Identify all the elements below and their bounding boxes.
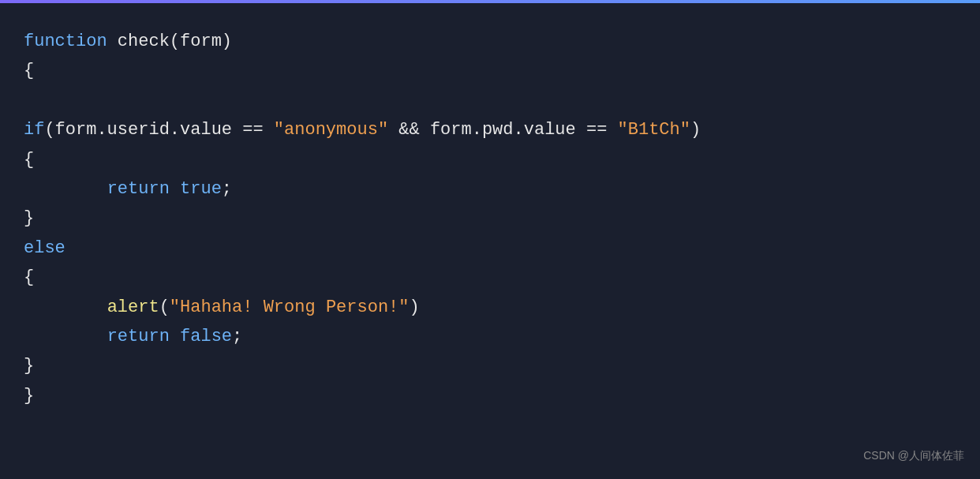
paren-if-open: ( [44, 120, 54, 140]
brace-open-1: { [24, 61, 34, 80]
paren-alert-close: ) [410, 298, 420, 317]
keyword-false: false [180, 327, 232, 346]
operator-eq1: == [242, 120, 263, 140]
brace-close-3: } [24, 356, 34, 376]
code-block: function check(form) { if(form.userid.va… [24, 27, 956, 410]
var-form-userid: form.userid.value [55, 120, 232, 140]
operator-eq2: == [586, 120, 607, 140]
watermark: CSDN @人间体佐菲 [863, 449, 964, 463]
keyword-return-2: return [107, 327, 170, 346]
brace-open-2: { [24, 150, 34, 170]
var-form-pwd: form.pwd.value [430, 120, 576, 140]
semicolon-1: ; [222, 179, 232, 199]
keyword-function: function [24, 32, 107, 51]
string-b1tch: "B1tCh" [618, 120, 690, 140]
string-anonymous: "anonymous" [274, 120, 388, 140]
operator-and: && [398, 120, 419, 140]
semicolon-2: ; [232, 327, 242, 346]
keyword-else: else [24, 238, 65, 258]
keyword-return-1: return [107, 179, 170, 199]
paren-close: ) [222, 32, 232, 51]
keyword-true: true [180, 179, 222, 199]
brace-open-3: { [24, 268, 34, 287]
brace-close-2: } [24, 208, 34, 228]
fn-call-alert: alert [107, 298, 159, 317]
brace-close-1: } [24, 386, 34, 406]
keyword-if: if [24, 120, 44, 140]
function-name: check [118, 32, 170, 51]
code-container: function check(form) { if(form.userid.va… [0, 3, 980, 479]
param-form: form [180, 32, 222, 51]
paren-open: ( [170, 32, 180, 51]
paren-if-close: ) [690, 120, 701, 140]
paren-alert-open: ( [159, 298, 170, 317]
string-hahaha: "Hahaha! Wrong Person!" [170, 298, 410, 317]
